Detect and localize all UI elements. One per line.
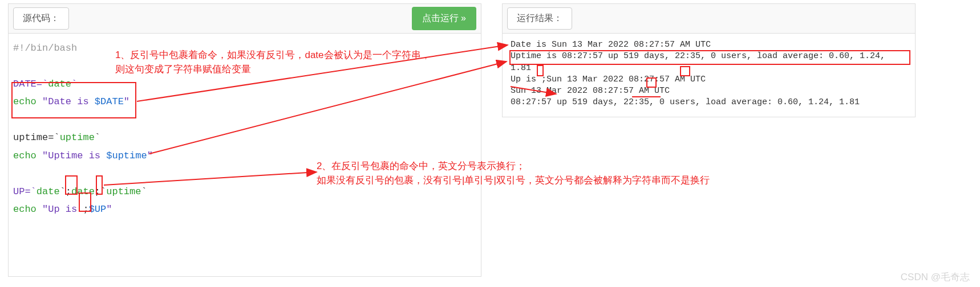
shebang-line: #!/bin/bash — [13, 43, 77, 54]
output-area: Date is Sun 13 Mar 2022 08:27:57 AM UTC … — [503, 34, 915, 114]
result-title: 运行结果： — [507, 7, 572, 30]
annotation-2: 2、在反引号包裹的命令中，英文分号表示换行； 如果没有反引号的包裹，没有引号|单… — [317, 159, 710, 187]
source-title: 源代码： — [13, 7, 69, 30]
code: ` — [71, 79, 77, 89]
code: ;` — [95, 186, 106, 197]
run-button[interactable]: 点击运行 » — [412, 7, 476, 30]
code: $DATE — [95, 96, 124, 107]
code: UP=` — [13, 186, 37, 197]
code: echo — [13, 204, 42, 215]
code: date — [37, 186, 60, 197]
result-header: 运行结果： — [503, 4, 915, 34]
output-line: Uptime is 08:27:57 up 519 days, 22:35, 0… — [511, 51, 907, 74]
code: date — [71, 186, 95, 197]
code: uptime — [106, 186, 141, 197]
output-line: Sun 13 Mar 2022 08:27:57 AM UTC — [511, 85, 907, 97]
code: $uptime — [106, 150, 147, 161]
source-panel: 源代码： 点击运行 » #!/bin/bash DATE=`date` echo… — [8, 3, 481, 277]
output-line: Date is Sun 13 Mar 2022 08:27:57 AM UTC — [511, 39, 907, 51]
code: ` — [95, 132, 100, 143]
code: " — [106, 204, 112, 215]
code: echo — [13, 150, 42, 161]
code: " — [124, 96, 129, 107]
code: "Up is — [42, 204, 83, 215]
code: "Date is — [42, 96, 95, 107]
code: $UP — [89, 204, 107, 215]
annotation-1: 1、反引号中包裹着命令，如果没有反引号，date会被认为是一个字符串， 则这句变… — [115, 48, 431, 76]
code: date — [48, 79, 71, 89]
output-line: Up is ;Sun 13 Mar 2022 08:27:57 AM UTC — [511, 74, 907, 85]
watermark: CSDN @毛奇志 — [901, 270, 970, 284]
code: uptime — [60, 132, 95, 143]
code: ` — [141, 186, 147, 197]
source-header: 源代码： 点击运行 » — [9, 4, 481, 34]
result-panel: 运行结果： Date is Sun 13 Mar 2022 08:27:57 A… — [502, 3, 916, 117]
code: " — [147, 150, 153, 161]
code: DATE=` — [13, 79, 48, 89]
code: "Uptime is — [42, 150, 106, 161]
code: `; — [60, 186, 71, 197]
output-line: 08:27:57 up 519 days, 22:35, 0 users, lo… — [511, 97, 907, 108]
code: ; — [83, 204, 88, 215]
code: echo — [13, 96, 42, 107]
code: uptime=` — [13, 132, 60, 143]
